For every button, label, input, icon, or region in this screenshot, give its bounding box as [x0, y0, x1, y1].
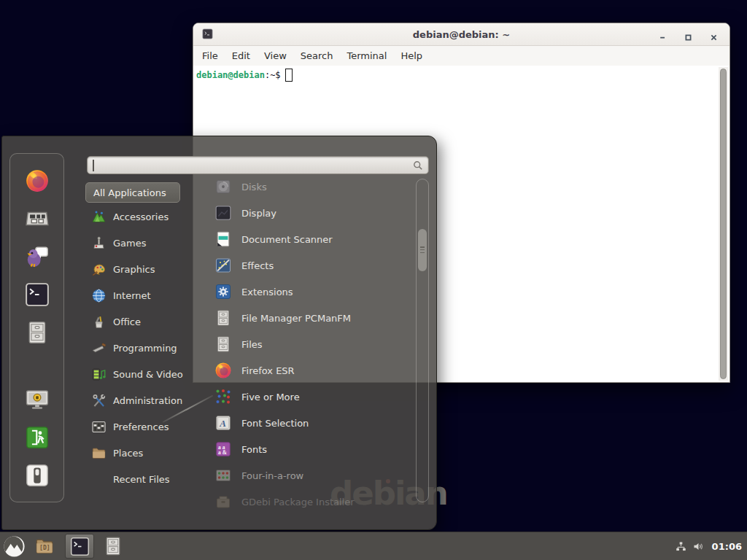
category-label: Programming: [113, 343, 177, 354]
terminal-app-icon: [202, 28, 213, 39]
all-applications-button[interactable]: All Applications: [85, 182, 180, 203]
terminal-scrollbar-thumb[interactable]: [720, 69, 727, 379]
all-applications-label: All Applications: [93, 187, 166, 198]
fonts-icon: a aa &: [214, 440, 232, 458]
accessories-icon: [91, 209, 107, 225]
app-file-manager-pcmanfm[interactable]: File Manager PCManFM: [209, 305, 414, 331]
terminal-scrollbar[interactable]: [719, 67, 728, 381]
places-icon: [91, 446, 107, 461]
cabinet-icon: [214, 335, 232, 353]
category-label: Graphics: [113, 264, 155, 275]
four-in-a-row-icon: [214, 467, 232, 484]
pidgin-icon: [25, 258, 50, 272]
app-files[interactable]: Files: [209, 331, 414, 357]
app-label: Files: [241, 339, 263, 350]
category-internet[interactable]: Internet: [84, 282, 206, 308]
app-font-selection[interactable]: A Font Selection: [209, 410, 414, 436]
app-effects[interactable]: Effects: [209, 252, 414, 279]
app-label: Five or More: [241, 392, 300, 402]
menu-file[interactable]: File: [202, 50, 218, 61]
app-label: Four-in-a-row: [241, 470, 303, 481]
category-office[interactable]: Office: [84, 308, 206, 335]
category-label: Administration: [113, 395, 182, 406]
favorite-lock-screen[interactable]: [25, 387, 50, 412]
app-display[interactable]: Display: [209, 200, 414, 226]
taskbar-files-icon[interactable]: [102, 535, 124, 557]
application-list: Disks Display Document Scanner Effects E…: [209, 174, 414, 516]
network-icon[interactable]: [675, 540, 687, 553]
app-firefox-esr[interactable]: Firefox ESR: [209, 357, 414, 384]
app-four-in-a-row[interactable]: Four-in-a-row: [209, 462, 414, 489]
internet-icon: [91, 288, 107, 303]
administration-icon: [91, 393, 107, 408]
menu-help[interactable]: Help: [400, 50, 422, 61]
category-label: Sound & Video: [113, 369, 183, 380]
app-label: Font Selection: [241, 418, 309, 429]
menu-search[interactable]: Search: [301, 50, 333, 61]
office-icon: [91, 314, 107, 330]
category-graphics[interactable]: Graphics: [84, 256, 206, 282]
taskbar-folder-icon[interactable]: [D]: [34, 535, 55, 557]
terminal-title: debian@debian: ~: [413, 29, 510, 40]
app-list-scrollbar[interactable]: [416, 179, 429, 502]
app-extensions[interactable]: Extensions: [209, 279, 414, 305]
category-list: Accessories Games Graphics Internet Offi…: [84, 203, 206, 492]
app-label: Disks: [241, 182, 267, 192]
app-label: Extensions: [241, 287, 293, 298]
app-label: Firefox ESR: [241, 365, 295, 376]
shutdown-icon: [25, 477, 50, 491]
menu-button[interactable]: [3, 535, 26, 558]
category-recent-files[interactable]: Recent Files: [84, 466, 206, 492]
svg-text:[D]: [D]: [39, 544, 50, 551]
category-accessories[interactable]: Accessories: [84, 203, 206, 230]
app-label: Document Scanner: [241, 234, 333, 245]
category-places[interactable]: Places: [84, 440, 206, 466]
app-fonts[interactable]: a aa & Fonts: [209, 436, 414, 462]
menu-view[interactable]: View: [264, 50, 287, 61]
app-document-scanner[interactable]: Document Scanner: [209, 226, 414, 252]
disks-icon: [214, 178, 232, 195]
search-icon: [412, 160, 424, 171]
minimize-button[interactable]: [659, 31, 667, 39]
firefox-icon: [25, 182, 50, 196]
maximize-button[interactable]: [684, 31, 692, 39]
favorite-terminal[interactable]: [25, 282, 50, 307]
favorite-keyboard[interactable]: [25, 206, 50, 231]
close-button[interactable]: [710, 31, 718, 39]
text-cursor: [93, 160, 94, 171]
keyboard-icon: [25, 220, 50, 234]
category-games[interactable]: Games: [84, 230, 206, 256]
app-disks[interactable]: Disks: [209, 174, 414, 200]
menu-edit[interactable]: Edit: [232, 50, 250, 61]
app-label: Fonts: [241, 444, 267, 455]
terminal-menubar: FileEditViewSearchTerminalHelp: [193, 46, 729, 66]
app-gdebi-package-installer[interactable]: GDebi Package Installer: [209, 489, 414, 515]
favorite-logout[interactable]: [25, 425, 50, 450]
cabinet-icon: [25, 334, 50, 348]
search-input[interactable]: [87, 156, 429, 174]
system-tray: 01:06: [675, 540, 747, 553]
category-sound-video[interactable]: Sound & Video: [84, 361, 206, 387]
app-label: GDebi Package Installer: [241, 497, 355, 508]
graphics-icon: [91, 262, 107, 277]
menu-terminal[interactable]: Terminal: [347, 50, 387, 61]
category-label: Places: [113, 448, 143, 459]
taskbar-terminal-button[interactable]: [65, 534, 94, 559]
app-five-or-more[interactable]: Five or More: [209, 384, 414, 410]
volume-icon[interactable]: [692, 540, 705, 553]
clock[interactable]: 01:06: [712, 541, 742, 552]
category-programming[interactable]: Programming: [84, 335, 206, 361]
favorite-firefox[interactable]: [25, 168, 50, 193]
favorite-shutdown[interactable]: [25, 463, 50, 488]
app-label: File Manager PCManFM: [241, 313, 351, 324]
terminal-icon: [25, 296, 50, 310]
app-list-scrollbar-thumb[interactable]: [418, 229, 427, 271]
svg-text:a &: a &: [218, 449, 227, 456]
favorite-pidgin[interactable]: [25, 244, 50, 269]
lock-screen-icon: [25, 401, 50, 415]
games-icon: [91, 236, 107, 251]
terminal-titlebar[interactable]: debian@debian: ~: [193, 23, 729, 46]
favorite-files[interactable]: [25, 320, 50, 345]
sound-video-icon: [91, 367, 107, 382]
category-preferences[interactable]: Preferences: [84, 413, 206, 440]
